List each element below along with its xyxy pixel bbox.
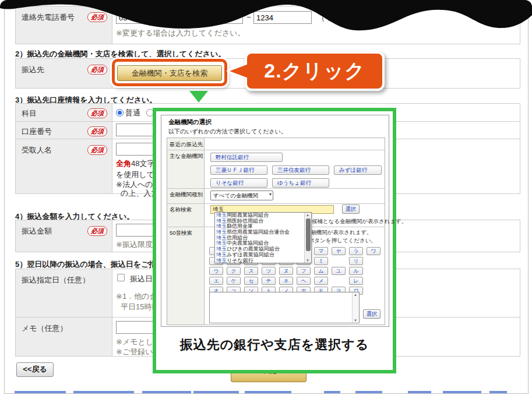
kana-button[interactable]: ネ xyxy=(279,277,293,285)
memo-label: メモ（任意） xyxy=(22,323,68,334)
autocomplete-item[interactable]: 埼玉岡部農業協同組合 xyxy=(215,213,311,218)
name-search-note: 候補となる金融機関が表示されます。 xyxy=(312,218,407,225)
autocomplete-item[interactable]: 埼玉縣信用金庫 xyxy=(215,224,311,230)
required-badge: 必須 xyxy=(87,108,107,118)
kana-button[interactable]: レ xyxy=(349,277,363,285)
clipped-footer-text xyxy=(142,391,191,393)
kana-button[interactable]: ル xyxy=(349,267,363,275)
kana-button[interactable]: ユ xyxy=(332,267,346,275)
kana-button[interactable]: ケ xyxy=(227,277,241,285)
autocomplete-item[interactable]: 埼玉県医師信用組合 xyxy=(215,218,311,224)
clipped-footer-text xyxy=(408,391,431,393)
account-number-label: 口座番号 xyxy=(22,126,52,137)
bank-button-resona[interactable]: りそな銀行 xyxy=(210,178,267,188)
callout-tail xyxy=(230,64,248,78)
popup-caption: 振込先の銀行や支店を選択する xyxy=(156,336,393,354)
autocomplete-item[interactable]: 埼玉ひびきの農業協同組合 xyxy=(215,246,311,252)
torn-edge-decoration xyxy=(0,0,532,36)
autocomplete-dropdown: 埼玉岡部農業協同組合 埼玉県医師信用組合 埼玉縣信用金庫 埼玉県信用農業協同組合… xyxy=(214,212,312,263)
kana-button[interactable]: マ xyxy=(314,247,328,255)
account-type-label: 科目 xyxy=(22,108,37,119)
bank-button-mizuho[interactable]: みずほ銀行 xyxy=(334,165,382,175)
autocomplete-item[interactable]: 埼玉りそな銀行 xyxy=(215,258,311,264)
highlight-box xyxy=(112,59,227,86)
bank-button-nomura[interactable]: 野村信託銀行 xyxy=(210,153,283,162)
bank-button-smbc[interactable]: 三井住友銀行 xyxy=(272,165,329,175)
kana-row-4: エ ケ セ テ ネ ヘ メ レ xyxy=(209,277,384,285)
kana-button[interactable]: リ xyxy=(349,257,363,265)
kana-button[interactable]: ワ xyxy=(367,247,380,255)
payee-note-em: 全角 xyxy=(116,159,131,168)
listbox-select-button[interactable]: 選択 xyxy=(363,309,380,319)
major-banks-label: 主な金融機関 xyxy=(170,153,203,160)
transfer-dest-label: 振込先 xyxy=(22,65,44,75)
clipped-footer-text xyxy=(15,391,66,393)
required-badge: 必須 xyxy=(87,145,107,155)
popup-dialog: 金融機関の選択 以下のいずれかの方法で選択してください。 最近の振込先 主な金融… xyxy=(161,115,389,327)
kana-button[interactable]: ウ xyxy=(209,267,223,275)
clipped-footer-text xyxy=(489,391,507,393)
dialog-subtitle: 以下のいずれかの方法で選択してください。 xyxy=(168,128,287,136)
kana-button[interactable]: ミ xyxy=(314,257,328,265)
autocomplete-item[interactable]: 埼玉中央農業協同組合 xyxy=(215,241,311,246)
kana-button[interactable]: フ xyxy=(297,267,311,275)
kana-row-3: ウ ク ス ツ ヌ フ ム ユ ル xyxy=(209,267,384,276)
pointer-down-icon xyxy=(189,91,208,103)
screenshot-page: 連絡先電話番号 必須 − − （半角数字） ※変更する場合は入力してください。 … xyxy=(0,0,532,395)
kana-button[interactable]: ム xyxy=(314,267,328,275)
clipped-footer-text xyxy=(73,391,134,393)
kana-button[interactable]: セ xyxy=(244,277,258,285)
kana-button[interactable]: メ xyxy=(314,277,328,285)
institution-type-label: 金融機関種別 xyxy=(170,191,203,199)
bank-button-mufg[interactable]: 三菱ＵＦＪ銀行 xyxy=(210,165,267,175)
bank-button-yucho[interactable]: ゆうちょ銀行 xyxy=(272,178,329,188)
kana-button[interactable]: ス xyxy=(244,267,258,275)
payee-note-1: 48文字 xyxy=(131,159,154,168)
scrollbar-thumb[interactable] xyxy=(306,218,311,251)
kana-button[interactable]: ラ xyxy=(349,247,363,255)
institution-type-select[interactable]: すべての金融機関 ▾ xyxy=(210,191,273,200)
clipped-footer-text xyxy=(193,391,239,393)
amount-label: 振込金額 xyxy=(22,226,52,237)
clipped-footer-text xyxy=(324,391,340,393)
kana-button[interactable]: ク xyxy=(227,267,241,275)
chevron-down-icon: ▾ xyxy=(269,192,272,197)
institution-type-value: すべての金融機関 xyxy=(213,192,258,199)
clipped-footer-text xyxy=(443,391,481,393)
radio-futsu-label: 普通 xyxy=(125,108,140,117)
back-button[interactable]: <<戻る xyxy=(16,362,54,377)
transfer-date-note-1: ※1．他の金 xyxy=(116,291,157,302)
kana-search-label: 50音検索 xyxy=(170,230,192,237)
kana-button[interactable]: ツ xyxy=(262,267,276,275)
kana-search-note-1: 融機関が表示されます。 xyxy=(311,229,372,237)
name-search-select-button[interactable]: 選択 xyxy=(342,204,360,214)
autocomplete-item[interactable]: 埼玉信用組合 xyxy=(215,235,311,241)
kana-button[interactable]: テ xyxy=(262,277,276,285)
click-callout: 2.クリック xyxy=(245,51,385,91)
required-badge: 必須 xyxy=(87,226,107,236)
result-listbox[interactable] xyxy=(209,292,360,323)
radio-futsu[interactable] xyxy=(116,109,124,117)
kana-button[interactable]: ヘ xyxy=(297,277,311,285)
clipped-footer-text xyxy=(245,391,291,393)
dialog-title: 金融機関の選択 xyxy=(168,118,212,126)
autocomplete-item[interactable]: 埼玉県信用農業協同組合連合会 xyxy=(215,230,311,235)
required-badge: 必須 xyxy=(87,65,107,75)
listbox-scrollbar[interactable] xyxy=(352,292,359,323)
clipped-footer-text xyxy=(355,391,382,393)
autocomplete-item[interactable]: 埼玉みずほ農業協同組合 xyxy=(215,252,311,258)
name-search-label: 名称検索 xyxy=(170,206,192,214)
institution-select-popup: 金融機関の選択 以下のいずれかの方法で選択してください。 最近の振込先 主な金融… xyxy=(153,108,396,373)
kana-button[interactable]: エ xyxy=(209,277,223,285)
kana-button[interactable]: ヤ xyxy=(332,247,346,255)
transfer-date-checkbox[interactable] xyxy=(117,274,125,281)
kana-search-note-2: ]ボタンを押してください。 xyxy=(307,237,376,245)
payee-label: 受取人名 xyxy=(22,145,52,156)
kana-button[interactable]: ヌ xyxy=(279,267,293,275)
transfer-date-label: 振込指定日（任意） xyxy=(22,275,90,285)
required-badge: 必須 xyxy=(87,126,107,136)
dropdown-scrollbar[interactable] xyxy=(304,213,311,263)
recent-dest-label: 最近の振込先 xyxy=(170,141,203,149)
